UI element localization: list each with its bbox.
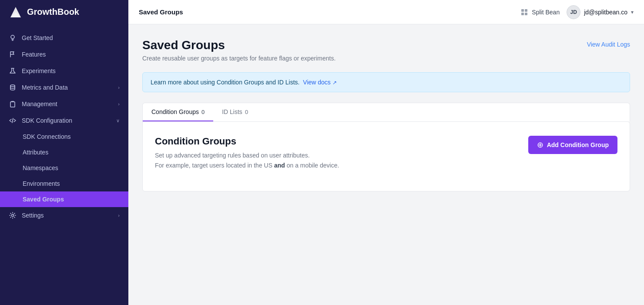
- tab-id-lists-count: 0: [245, 109, 248, 115]
- header-right: Split Bean JD jd@splitbean.co ▾: [520, 5, 634, 19]
- chevron-right-icon: ›: [118, 85, 120, 90]
- condition-groups-header: Condition Groups Set up advanced targeti…: [155, 136, 617, 170]
- sidebar-item-attributes[interactable]: Attributes: [0, 144, 128, 160]
- page-header: Saved Groups Create reusable user groups…: [142, 38, 630, 62]
- tab-content-condition-groups: Condition Groups Set up advanced targeti…: [142, 121, 630, 191]
- sidebar-item-management[interactable]: Management ›: [0, 96, 128, 112]
- sidebar-label-get-started: Get Started: [22, 34, 53, 41]
- user-menu[interactable]: JD jd@splitbean.co ▾: [567, 5, 634, 19]
- top-header: GrowthBook Saved Groups Split Bean JD jd…: [0, 0, 644, 24]
- sidebar-item-metrics-data[interactable]: Metrics and Data ›: [0, 79, 128, 96]
- sidebar-item-sdk-configuration[interactable]: SDK Configuration ∨: [0, 112, 128, 129]
- logo-text: GrowthBook: [27, 7, 79, 17]
- condition-groups-desc-line1: Set up advanced targeting rules based on…: [155, 151, 339, 160]
- add-condition-group-button[interactable]: ⊕ Add Condition Group: [528, 136, 617, 154]
- svg-rect-8: [10, 102, 15, 107]
- sidebar-item-get-started[interactable]: Get Started: [0, 30, 128, 46]
- flag-icon: [9, 50, 17, 58]
- svg-rect-2: [521, 9, 524, 12]
- chevron-down-icon-sdk: ∨: [116, 118, 120, 124]
- logo-icon: [9, 5, 23, 19]
- page-title: Saved Groups: [142, 38, 335, 52]
- page-subtitle: Create reusable user groups as targets f…: [142, 55, 335, 62]
- header-left: GrowthBook Saved Groups: [0, 0, 183, 24]
- chevron-right-icon-2: ›: [118, 101, 120, 107]
- sidebar-item-namespaces[interactable]: Namespaces: [0, 160, 128, 176]
- sidebar-item-sdk-connections[interactable]: SDK Connections: [0, 129, 128, 144]
- condition-groups-info: Condition Groups Set up advanced targeti…: [155, 136, 339, 170]
- database-icon: [9, 84, 17, 91]
- sidebar-label-saved-groups: Saved Groups: [23, 196, 64, 203]
- sidebar-item-settings[interactable]: Settings ›: [0, 207, 128, 224]
- workspace-name: Split Bean: [532, 9, 560, 16]
- sidebar-label-features: Features: [22, 51, 46, 58]
- chevron-down-icon: ▾: [631, 9, 634, 15]
- sidebar-item-features[interactable]: Features: [0, 46, 128, 63]
- sidebar-label-environments: Environments: [23, 180, 60, 187]
- sidebar-label-metrics-data: Metrics and Data: [22, 84, 68, 91]
- tab-id-lists-label: ID Lists: [222, 108, 242, 115]
- desc-after: on a mobile device.: [285, 162, 339, 169]
- gear-icon: [9, 211, 17, 219]
- flask-icon: [9, 67, 17, 75]
- sidebar-label-settings: Settings: [22, 212, 44, 219]
- desc-bold: and: [274, 162, 285, 169]
- sidebar-label-management: Management: [22, 101, 57, 107]
- sidebar-item-experiments[interactable]: Experiments: [0, 63, 128, 79]
- view-docs-link[interactable]: View docs ↗: [303, 79, 336, 86]
- sidebar-label-sdk-connections: SDK Connections: [23, 133, 71, 140]
- avatar: JD: [567, 5, 580, 19]
- main-content: Saved Groups Create reusable user groups…: [128, 24, 644, 305]
- svg-point-6: [11, 35, 14, 39]
- header-page-title: Saved Groups: [139, 8, 183, 16]
- plus-icon: ⊕: [537, 140, 543, 150]
- sidebar: Get Started Features Experiments Metrics…: [0, 24, 128, 305]
- tab-condition-groups[interactable]: Condition Groups 0: [143, 103, 213, 121]
- sidebar-label-sdk-configuration: SDK Configuration: [22, 117, 72, 124]
- tab-condition-groups-label: Condition Groups: [151, 108, 199, 115]
- condition-groups-title: Condition Groups: [155, 136, 339, 147]
- workspace-icon: [520, 8, 528, 16]
- code-icon: [9, 117, 17, 124]
- sidebar-label-experiments: Experiments: [22, 67, 56, 74]
- add-button-label: Add Condition Group: [547, 141, 609, 148]
- tab-condition-groups-count: 0: [201, 109, 205, 115]
- building-icon: [520, 8, 528, 16]
- svg-rect-5: [525, 13, 527, 15]
- sidebar-item-environments[interactable]: Environments: [0, 176, 128, 191]
- svg-rect-3: [525, 9, 527, 12]
- page-title-area: Saved Groups Create reusable user groups…: [142, 38, 335, 62]
- bulb-icon: [9, 34, 17, 42]
- tab-id-lists[interactable]: ID Lists 0: [213, 103, 257, 121]
- svg-rect-4: [521, 13, 524, 15]
- chevron-right-icon-settings: ›: [118, 213, 120, 218]
- user-email: jd@splitbean.co: [584, 9, 627, 16]
- desc-before: For example, target users located in the…: [155, 162, 274, 169]
- info-banner: Learn more about using Condition Groups …: [142, 72, 630, 92]
- workspace-badge: Split Bean: [520, 8, 560, 16]
- condition-groups-desc-line2: For example, target users located in the…: [155, 161, 339, 170]
- logo-area: GrowthBook: [0, 0, 128, 24]
- info-banner-text: Learn more about using Condition Groups …: [151, 79, 301, 86]
- view-audit-logs-link[interactable]: View Audit Logs: [587, 41, 630, 48]
- sidebar-item-saved-groups[interactable]: Saved Groups: [0, 191, 128, 207]
- layout: Get Started Features Experiments Metrics…: [0, 24, 644, 305]
- external-link-icon: ↗: [332, 80, 337, 86]
- sidebar-label-namespaces: Namespaces: [23, 164, 58, 171]
- svg-point-9: [12, 215, 14, 217]
- svg-point-7: [10, 85, 15, 87]
- tabs-bar: Condition Groups 0 ID Lists 0: [142, 103, 630, 121]
- clipboard-icon: [9, 100, 17, 108]
- sidebar-label-attributes: Attributes: [23, 149, 48, 156]
